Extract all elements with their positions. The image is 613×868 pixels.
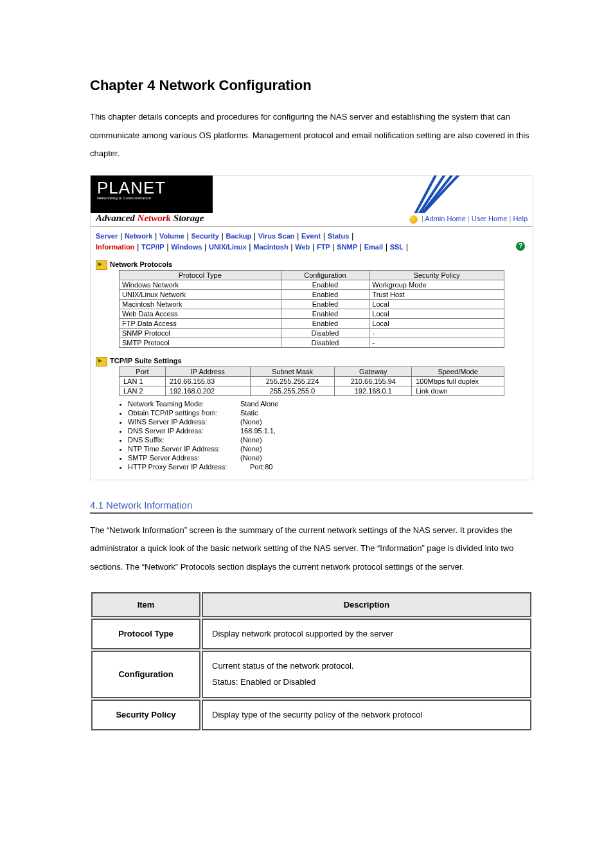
list-item: DNS Suffix:(None) [128, 436, 528, 444]
decorative-rays [391, 176, 533, 213]
subtab-tcpip[interactable]: TCP/IP [141, 243, 164, 251]
subtab-web[interactable]: Web [295, 243, 310, 251]
section-network-protocols: Network Protocols [110, 260, 528, 268]
tab-server[interactable]: Server [96, 232, 118, 240]
secondary-tabs: Information | TCP/IP | Windows | UNIX/Li… [96, 242, 528, 251]
table-row: Macintosh NetworkEnabledLocal [120, 299, 504, 309]
table-row: UNIX/Linux NetworkEnabledTrust Host [120, 289, 504, 299]
list-item: HTTP Proxy Server IP Address:Port:80 [128, 463, 528, 471]
logo-text: PLANET [97, 178, 166, 198]
list-item: Obtain TCP/IP settings from:Static [128, 409, 528, 417]
list-item: DNS Server IP Address:168.95.1.1, [128, 427, 528, 435]
brand-logo: PLANET Networking & Communication [97, 178, 166, 200]
globe-icon [409, 215, 418, 224]
subtab-email[interactable]: Email [364, 243, 383, 251]
tab-backup[interactable]: Backup [226, 232, 251, 240]
subtab-ssl[interactable]: SSL [390, 243, 404, 251]
tab-event[interactable]: Event [301, 232, 321, 240]
product-title: Advanced Network Storage [96, 213, 204, 224]
subtab-macintosh[interactable]: Macintosh [253, 243, 288, 251]
subtab-windows[interactable]: Windows [171, 243, 202, 251]
table-row: Windows NetworkEnabledWorkgroup Mode [120, 280, 504, 289]
table-row: Item Description [91, 592, 531, 617]
main-tabs: Server | Network | Volume | Security | B… [96, 231, 528, 240]
section-tcpip-settings: TCP/IP Suite Settings [110, 357, 528, 365]
section-4-1-description: The “Network Information” screen is the … [90, 521, 533, 577]
app-header: PLANET Networking & Communication [91, 176, 533, 213]
heading-rule [90, 512, 533, 514]
item-description-table: Item Description Protocol Type Display n… [90, 591, 533, 732]
top-links: | Admin Home | User Home | Help [409, 215, 528, 224]
list-item: SMTP Server Address:(None) [128, 454, 528, 462]
list-item: NTP Time Server IP Address:(None) [128, 445, 528, 453]
table-row: Protocol Type Configuration Security Pol… [120, 270, 504, 280]
product-bar: Advanced Network Storage | Admin Home | … [91, 213, 533, 227]
protocols-table: Protocol Type Configuration Security Pol… [119, 270, 504, 348]
table-row: Protocol Type Display network protocol s… [91, 619, 531, 650]
subtab-snmp[interactable]: SNMP [337, 243, 357, 251]
intro-paragraph: This chapter details concepts and proced… [90, 108, 533, 163]
context-help-icon[interactable]: ? [516, 242, 525, 251]
section-4-1-heading: 4.1 Network Information [90, 500, 533, 511]
list-item: Network Teaming Mode:Stand Alone [128, 400, 528, 408]
tab-security[interactable]: Security [191, 232, 218, 240]
table-row: Web Data AccessEnabledLocal [120, 309, 504, 318]
admin-home-link[interactable]: Admin Home [425, 215, 466, 222]
table-row: SNMP ProtocolDisabled- [120, 328, 504, 338]
list-item: WINS Server IP Address:(None) [128, 418, 528, 426]
help-link[interactable]: Help [513, 215, 528, 222]
table-row: Security Policy Display type of the secu… [91, 700, 531, 731]
tcpip-table: Port IP Address Subnet Mask Gateway Spee… [119, 366, 504, 396]
subtab-ftp[interactable]: FTP [317, 243, 330, 251]
table-row: LAN 2192.168.0.202255.255.255.0192.168.0… [120, 386, 504, 395]
table-row: FTP Data AccessEnabledLocal [120, 318, 504, 328]
tab-network[interactable]: Network [125, 232, 152, 240]
table-row: SMTP ProtocolDisabled- [120, 338, 504, 347]
user-home-link[interactable]: User Home [472, 215, 508, 222]
chapter-title: Chapter 4 Network Configuration [90, 77, 533, 94]
table-row: Configuration Current status of the netw… [91, 651, 531, 698]
subtab-unixlinux[interactable]: UNIX/Linux [209, 243, 247, 251]
tab-status[interactable]: Status [328, 232, 350, 240]
table-row: Port IP Address Subnet Mask Gateway Spee… [120, 366, 504, 376]
subtab-information[interactable]: Information [96, 243, 135, 251]
table-row: LAN 1210.66.155.83255.255.255.224210.66.… [120, 376, 504, 386]
tab-volume[interactable]: Volume [159, 232, 184, 240]
app-screenshot: PLANET Networking & Communication Advanc… [90, 175, 533, 480]
settings-list: Network Teaming Mode:Stand Alone Obtain … [119, 400, 528, 471]
tab-virusscan[interactable]: Virus Scan [258, 232, 295, 240]
